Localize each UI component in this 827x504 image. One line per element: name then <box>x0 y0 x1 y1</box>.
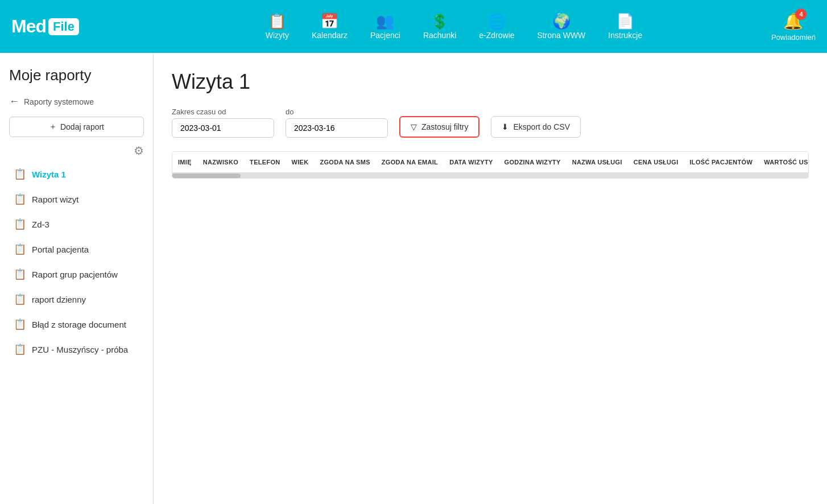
date-to-label: do <box>286 108 388 116</box>
file-icon-zd3: 📋 <box>14 218 26 230</box>
col-header-data-wizyty: DATA WIZYTY <box>444 152 498 173</box>
filter-icon: ▽ <box>411 122 417 131</box>
nav-item-pacjenci[interactable]: 👥Pacjenci <box>370 14 400 40</box>
sidebar-item-raport-dzienny[interactable]: 📋raport dzienny <box>9 287 144 311</box>
data-table-wrapper: IMIĘNAZWISKOTELEFONWIEKZGODA NA SMSZGODA… <box>172 151 809 179</box>
nav-item-kalendarz[interactable]: 📅Kalendarz <box>312 14 348 40</box>
ezdrowie-nav-label: e-Zdrowie <box>479 31 514 40</box>
instrukcje-nav-label: Instrukcje <box>608 31 642 40</box>
date-to-group: do <box>286 108 388 138</box>
nav-items: 📋Wizyty📅Kalendarz👥Pacjenci💲Rachunki🌐e-Zd… <box>137 14 771 40</box>
sidebar-label-raport-grup: Raport grup pacjentów <box>32 270 118 279</box>
filter-row: Zakres czasu od do ▽ Zastosuj filtry ⬇ E… <box>172 108 809 138</box>
sidebar-label-zd3: Zd-3 <box>32 220 49 229</box>
kalendarz-nav-icon: 📅 <box>320 14 338 28</box>
date-from-input[interactable] <box>172 118 274 138</box>
nav-item-strona-www[interactable]: 🌍Strona WWW <box>537 14 586 40</box>
col-header-nazwisko: NAZWISKO <box>197 152 244 173</box>
date-to-input[interactable] <box>286 118 388 138</box>
instrukcje-nav-icon: 📄 <box>616 14 634 28</box>
file-icon-raport-dzienny: 📋 <box>14 293 26 305</box>
pacjenci-nav-label: Pacjenci <box>370 31 400 40</box>
apply-filters-label: Zastosuj filtry <box>421 122 468 131</box>
gear-button[interactable]: ⚙ <box>134 144 144 158</box>
main-layout: Moje raporty ← Raporty systemowe ＋ Dodaj… <box>0 53 827 504</box>
horizontal-scrollbar[interactable] <box>172 173 808 178</box>
export-csv-button[interactable]: ⬇ Eksport do CSV <box>491 116 581 138</box>
apply-filters-button[interactable]: ▽ Zastosuj filtry <box>399 116 479 138</box>
file-icon-blad-storage: 📋 <box>14 318 26 331</box>
notification-label: Powiadomień <box>771 33 816 42</box>
pacjenci-nav-icon: 👥 <box>376 14 394 28</box>
table-header: IMIĘNAZWISKOTELEFONWIEKZGODA NA SMSZGODA… <box>172 152 809 173</box>
col-header-wartość-usług: WARTOŚĆ USŁUG <box>758 152 809 173</box>
sidebar-item-wizyta1[interactable]: 📋Wizyta 1 <box>9 162 144 186</box>
logo-file-text: File <box>48 18 79 35</box>
back-arrow-icon: ← <box>9 96 19 108</box>
scrollbar-thumb[interactable] <box>172 173 241 178</box>
export-csv-label: Eksport do CSV <box>513 122 570 131</box>
file-icon-pzu-musz: 📋 <box>14 343 26 356</box>
logo-med-text: Med <box>11 16 46 37</box>
sidebar-label-wizyta1: Wizyta 1 <box>32 170 66 179</box>
nav-item-ezdrowie[interactable]: 🌐e-Zdrowie <box>479 14 514 40</box>
kalendarz-nav-label: Kalendarz <box>312 31 348 40</box>
sidebar-label-pzu-musz: PZU - Muszyńscy - próba <box>32 345 128 354</box>
date-from-group: Zakres czasu od <box>172 108 274 138</box>
nav-item-wizyty[interactable]: 📋Wizyty <box>266 14 289 40</box>
sidebar-item-blad-storage[interactable]: 📋Błąd z storage document <box>9 312 144 336</box>
sidebar: Moje raporty ← Raporty systemowe ＋ Dodaj… <box>0 53 154 504</box>
sidebar-nav-list: 📋Wizyta 1📋Raport wizyt📋Zd-3📋Portal pacje… <box>9 162 144 361</box>
wizyty-nav-label: Wizyty <box>266 31 289 40</box>
notification-button[interactable]: 🔔 4 Powiadomień <box>771 12 816 42</box>
logo[interactable]: Med File <box>11 16 137 37</box>
date-from-label: Zakres czasu od <box>172 108 274 116</box>
notification-badge: 4 <box>795 9 807 20</box>
sidebar-title: Moje raporty <box>9 67 144 84</box>
col-header-zgoda-na-email: ZGODA NA EMAIL <box>376 152 444 173</box>
col-header-godzina-wizyty: GODZINA WIZYTY <box>499 152 567 173</box>
sidebar-back-label: Raporty systemowe <box>24 97 94 106</box>
rachunki-nav-label: Rachunki <box>423 31 456 40</box>
file-icon-wizyta1: 📋 <box>14 168 26 180</box>
ezdrowie-nav-icon: 🌐 <box>487 14 506 28</box>
file-icon-raport-wizyt: 📋 <box>14 193 26 205</box>
sidebar-item-raport-wizyt[interactable]: 📋Raport wizyt <box>9 187 144 211</box>
nav-right: 🔔 4 Powiadomień <box>771 12 816 42</box>
file-icon-raport-grup: 📋 <box>14 268 26 280</box>
wizyty-nav-icon: 📋 <box>268 14 286 28</box>
page-title: Wizyta 1 <box>172 70 809 94</box>
data-table: IMIĘNAZWISKOTELEFONWIEKZGODA NA SMSZGODA… <box>172 152 809 173</box>
col-header-imię: IMIĘ <box>172 152 197 173</box>
bell-icon: 🔔 4 <box>783 12 803 31</box>
strona-www-nav-label: Strona WWW <box>537 31 586 40</box>
sidebar-label-portal-pacjenta: Portal pacjenta <box>32 245 89 254</box>
nav-item-rachunki[interactable]: 💲Rachunki <box>423 14 456 40</box>
add-report-label: Dodaj raport <box>60 122 104 131</box>
sidebar-item-portal-pacjenta[interactable]: 📋Portal pacjenta <box>9 237 144 261</box>
sidebar-back-button[interactable]: ← Raporty systemowe <box>9 96 144 108</box>
rachunki-nav-icon: 💲 <box>431 14 449 28</box>
col-header-nazwa-usługi: NAZWA USŁUGI <box>567 152 628 173</box>
sidebar-label-blad-storage: Błąd z storage document <box>32 320 126 329</box>
sidebar-item-zd3[interactable]: 📋Zd-3 <box>9 212 144 236</box>
sidebar-item-raport-grup[interactable]: 📋Raport grup pacjentów <box>9 262 144 286</box>
col-header-wiek: WIEK <box>286 152 315 173</box>
sidebar-label-raport-dzienny: raport dzienny <box>32 295 86 304</box>
top-navigation: Med File 📋Wizyty📅Kalendarz👥Pacjenci💲Rach… <box>0 0 827 53</box>
export-icon: ⬇ <box>502 122 508 131</box>
main-content: Wizyta 1 Zakres czasu od do ▽ Zastosuj f… <box>154 53 827 504</box>
file-icon-portal-pacjenta: 📋 <box>14 243 26 255</box>
add-icon: ＋ <box>49 122 57 132</box>
col-header-ilość-pacjentów: ILOŚĆ PACJENTÓW <box>684 152 759 173</box>
strona-www-nav-icon: 🌍 <box>552 14 570 28</box>
sidebar-item-pzu-musz[interactable]: 📋PZU - Muszyńscy - próba <box>9 337 144 361</box>
nav-item-instrukcje[interactable]: 📄Instrukcje <box>608 14 642 40</box>
sidebar-gear-area: ⚙ <box>9 144 144 158</box>
sidebar-label-raport-wizyt: Raport wizyt <box>32 195 79 204</box>
add-report-button[interactable]: ＋ Dodaj raport <box>9 117 144 137</box>
col-header-telefon: TELEFON <box>244 152 286 173</box>
col-header-zgoda-na-sms: ZGODA NA SMS <box>314 152 375 173</box>
col-header-cena-usługi: CENA USŁUGI <box>628 152 684 173</box>
